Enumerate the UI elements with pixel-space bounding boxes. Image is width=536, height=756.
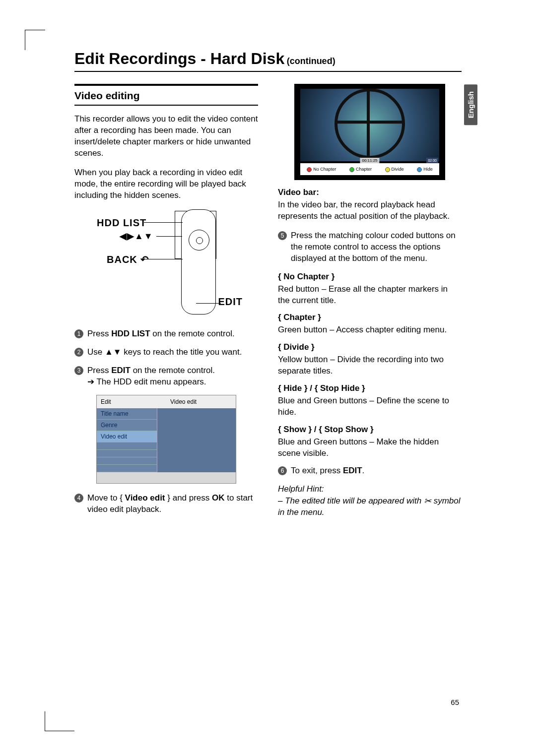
option-divide: { Divide } Yellow button – Divide the re… [278,342,462,377]
hint-body-a: – The edited title will be appeared with [278,496,424,505]
video-bar-nochapter: No Chapter [313,167,336,172]
option-chapter-title: { Chapter } [278,312,462,323]
step-number-3: 3 [74,366,83,375]
remote-label-arrows: ◀▶▲▼ [120,230,153,242]
option-no-chapter-body: Red button – Erase all the chapter marke… [278,284,462,307]
step-1-bold: HDD LIST [111,329,150,338]
language-tab: English [464,84,477,125]
step-6: 6 To exit, press EDIT. [278,465,462,477]
step-4-text-c: } and press [165,493,212,503]
video-bar-divide: Divide [392,167,404,172]
video-bar-hide: Hide [423,167,433,172]
edit-menu-screenshot: Edit Video edit Title name Genre Video e… [96,395,236,484]
blue-dot-icon [417,167,422,172]
step-number-2: 2 [74,348,83,357]
helpful-hint: Helpful Hint: – The edited title will be… [278,484,462,518]
option-chapter-body: Green button – Access chapter editing me… [278,324,462,336]
step-4: 4 Move to { Video edit } and press OK to… [74,493,258,515]
page-title-block: Edit Recordings - Hard Disk (continued) [74,50,462,72]
video-bar-chapter: Chapter [356,167,372,172]
option-hide: { Hide } / { Stop Hide } Blue and Green … [278,383,462,418]
step-2-text: Use ▲▼ keys to reach the title you want. [87,347,242,358]
step-number-5: 5 [278,231,287,240]
step-number-4: 4 [74,494,83,503]
step-5: 5 Press the matching colour coded button… [278,230,462,264]
step-6-text-a: To exit, press [291,466,343,475]
page-title: Edit Recordings - Hard Disk [74,50,284,67]
remote-diagram: HDD LIST ◀▶▲▼ BACK ↶ EDIT [97,209,236,318]
option-hide-title: { Hide } / { Stop Hide } [278,383,462,394]
timecode-end: 02:00 [426,158,438,163]
video-bar-body: In the video bar, the record playback he… [278,199,462,222]
page-content: Edit Recordings - Hard Disk (continued) … [74,50,462,522]
option-show-title: { Show } / { Stop Show } [278,424,462,436]
remote-label-edit: EDIT [218,295,243,309]
section-heading: Video editing [74,84,258,106]
left-column: Video editing This recorder allows you t… [74,84,258,522]
red-dot-icon [307,167,312,172]
step-3-bold: EDIT [111,366,131,375]
menu-header-right: Video edit [166,395,236,408]
remote-label-back: BACK ↶ [107,253,149,266]
green-dot-icon [349,167,354,172]
step-5-text: Press the matching colour coded buttons … [291,230,462,264]
step-1-text-a: Press [87,329,111,338]
option-show-body: Blue and Green buttons – Make the hidden… [278,437,462,459]
menu-item-video-edit: Video edit [97,431,157,442]
video-bar-heading: Video bar: [278,187,462,198]
step-2: 2 Use ▲▼ keys to reach the title you wan… [74,347,258,358]
step-1-text-c: on the remote control. [150,329,235,338]
step-1: 1 Press HDD LIST on the remote control. [74,328,258,340]
option-no-chapter: { No Chapter } Red button – Erase all th… [278,271,462,307]
option-no-chapter-title: { No Chapter } [278,271,462,283]
crop-mark-bl-v [45,711,45,731]
yellow-dot-icon [385,167,390,172]
intro-paragraph-2: When you play back a recording in video … [74,167,258,201]
step-number-1: 1 [74,329,83,338]
video-bar-options: No Chapter Chapter Divide Hide [300,163,439,175]
menu-item-genre: Genre [97,420,157,431]
intro-paragraph-1: This recorder allows you to edit the vid… [74,114,258,159]
remote-label-hdd-list: HDD LIST [97,216,146,230]
step-3-sub: ➔ The HDD edit menu appears. [87,377,215,388]
step-4-text-a: Move to { [87,493,125,503]
hint-heading: Helpful Hint: [278,484,462,495]
step-6-bold: EDIT [343,466,362,475]
option-hide-body: Blue and Green buttons – Define the scen… [278,395,462,418]
crop-mark-bl-h [45,731,74,731]
page-title-continued: (continued) [287,56,335,66]
scissor-icon: ✂ [424,496,431,506]
step-4-bold-2: OK [212,493,225,503]
menu-header-left: Edit [97,395,166,408]
page-number: 65 [451,698,459,706]
crop-mark-tl [25,30,45,50]
menu-item-title-name: Title name [97,408,157,420]
option-divide-body: Yellow button – Divide the recording int… [278,354,462,377]
step-3: 3 Press EDIT on the remote control. ➔ Th… [74,365,258,388]
step-4-bold-1: Video edit [125,493,165,503]
step-number-6: 6 [278,466,287,475]
option-show: { Show } / { Stop Show } Blue and Green … [278,424,462,459]
right-column: ▽ 00:11:25 02:00 No Chapter Chapter Divi… [278,84,462,522]
step-3-text-a: Press [87,366,111,375]
video-edit-screenshot: ▽ 00:11:25 02:00 No Chapter Chapter Divi… [294,84,445,180]
step-6-text-c: . [362,466,365,475]
option-chapter: { Chapter } Green button – Access chapte… [278,312,462,336]
option-divide-title: { Divide } [278,342,462,353]
step-3-text-c: on the remote control. [131,366,215,375]
